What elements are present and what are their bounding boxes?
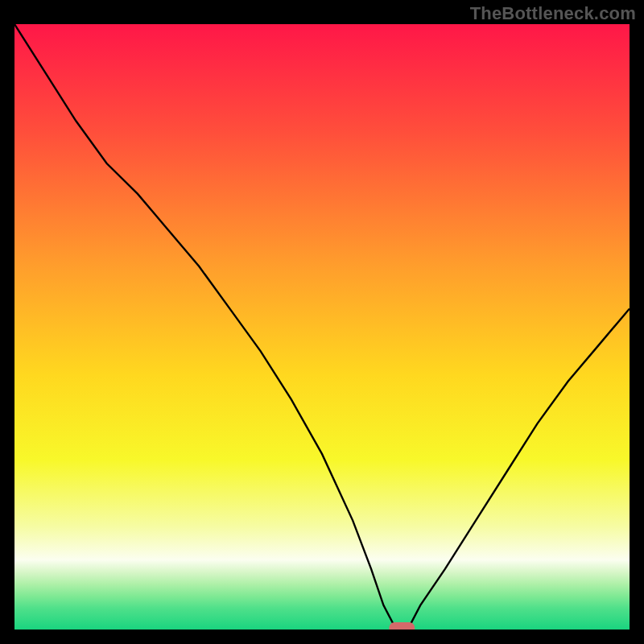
chart-frame: TheBottleneck.com xyxy=(0,0,644,644)
plot-area xyxy=(14,24,630,630)
gradient-background xyxy=(14,24,630,630)
bottleneck-chart xyxy=(14,24,630,630)
optimal-point-marker xyxy=(389,622,415,630)
watermark-text: TheBottleneck.com xyxy=(470,3,636,24)
